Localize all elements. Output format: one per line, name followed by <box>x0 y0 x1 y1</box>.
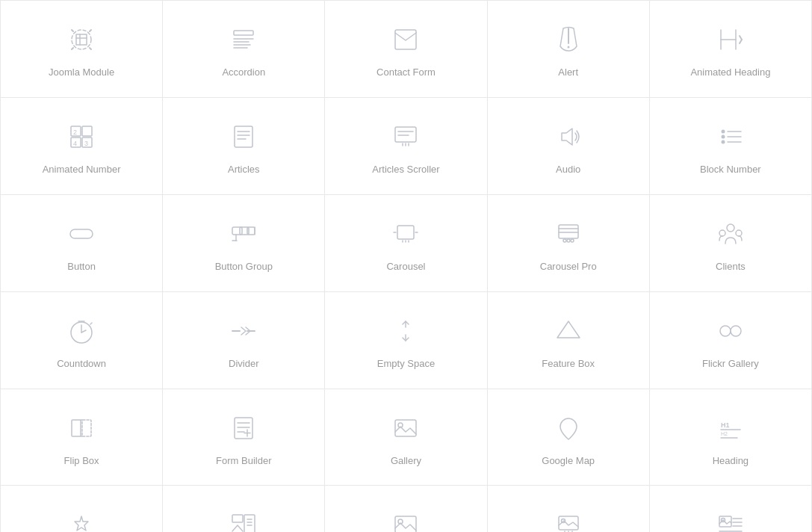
svg-point-9 <box>567 46 569 49</box>
alert-icon <box>551 22 586 58</box>
widget-item-divider[interactable]: Divider <box>163 292 325 389</box>
articles-scroller-icon <box>388 119 424 155</box>
widget-item-image-carousel[interactable]: Image Carousel <box>488 486 650 532</box>
svg-rect-75 <box>235 418 252 439</box>
feature-box-icon <box>551 313 586 349</box>
audio-icon <box>551 119 586 155</box>
widget-label-button-group: Button Group <box>215 261 273 273</box>
svg-line-14 <box>740 40 742 43</box>
button-group-icon <box>226 216 261 252</box>
widget-label-block-number: Block Number <box>700 164 761 176</box>
widget-item-image-content[interactable]: Image Content <box>650 486 812 532</box>
widget-label-flickr-gallery: Flickr Gallery <box>702 358 759 371</box>
svg-rect-45 <box>397 226 414 239</box>
widget-label-articles: Articles <box>228 164 260 176</box>
widget-label-heading: Heading <box>713 455 749 468</box>
svg-text:3: 3 <box>84 140 88 147</box>
svg-text:2: 2 <box>73 129 77 136</box>
svg-rect-38 <box>70 229 93 238</box>
svg-rect-88 <box>232 515 243 522</box>
countdown-icon <box>63 313 99 349</box>
widget-item-contact-form[interactable]: Contact Form <box>325 1 487 98</box>
widget-item-countdown[interactable]: Countdown <box>1 292 163 389</box>
widget-item-clients[interactable]: Clients <box>650 195 812 292</box>
widget-item-carousel-pro[interactable]: Carousel Pro <box>488 195 650 292</box>
svg-point-69 <box>720 326 731 336</box>
widget-label-button: Button <box>67 261 96 273</box>
svg-text:H2: H2 <box>721 431 728 436</box>
svg-point-70 <box>731 326 741 336</box>
svg-point-32 <box>721 129 725 133</box>
widget-label-alert: Alert <box>558 66 578 79</box>
widget-item-animated-number[interactable]: 243Animated Number <box>1 98 163 195</box>
svg-point-58 <box>719 230 725 236</box>
flickr-gallery-icon <box>713 313 749 349</box>
widget-item-icons-group[interactable]: Icons Group <box>163 486 325 532</box>
widget-item-empty-space[interactable]: Empty Space <box>325 292 487 389</box>
widget-label-carousel-pro: Carousel Pro <box>540 261 597 273</box>
svg-point-54 <box>563 239 566 242</box>
joomla-icon <box>63 22 99 58</box>
widget-item-flip-box[interactable]: Flip Box <box>1 389 163 486</box>
svg-point-57 <box>727 224 734 232</box>
svg-rect-72 <box>82 420 91 436</box>
widget-item-heading[interactable]: H1H2Heading <box>650 389 812 486</box>
widget-label-animated-number: Animated Number <box>43 164 121 176</box>
svg-point-55 <box>567 239 570 242</box>
widget-item-image[interactable]: Image <box>325 486 487 532</box>
widget-label-feature-box: Feature Box <box>542 358 595 371</box>
widget-item-block-number[interactable]: Block Number <box>650 98 812 195</box>
animated-number-icon: 243 <box>63 119 99 155</box>
widget-item-articles[interactable]: Articles <box>163 98 325 195</box>
animated-heading-icon <box>713 22 749 58</box>
divider-icon <box>226 313 261 349</box>
widget-item-audio[interactable]: Audio <box>488 98 650 195</box>
accordion-icon <box>226 22 261 58</box>
carousel-pro-icon <box>551 216 586 252</box>
widget-item-button-group[interactable]: Button Group <box>163 195 325 292</box>
widget-item-carousel[interactable]: Carousel <box>325 195 487 292</box>
image-content-icon <box>713 507 749 532</box>
svg-point-34 <box>721 134 725 138</box>
widget-item-gallery[interactable]: Gallery <box>325 389 487 486</box>
svg-rect-39 <box>232 227 242 235</box>
widget-item-button[interactable]: Button <box>1 195 163 292</box>
articles-icon <box>226 119 261 155</box>
widget-label-accordion: Accordion <box>222 66 265 79</box>
widget-item-form-builder[interactable]: Form Builder <box>163 389 325 486</box>
svg-rect-26 <box>395 127 416 142</box>
image-item-icon <box>388 507 424 532</box>
svg-point-83 <box>565 424 571 430</box>
svg-rect-51 <box>559 225 578 238</box>
svg-rect-8 <box>395 30 416 49</box>
svg-point-2 <box>72 30 91 49</box>
widget-label-carousel: Carousel <box>386 261 425 273</box>
icons-group-icon <box>226 507 261 532</box>
widget-label-gallery: Gallery <box>391 455 421 468</box>
widget-item-icon[interactable]: Icon <box>1 486 163 532</box>
widget-label-countdown: Countdown <box>57 358 106 371</box>
widget-label-animated-heading: Animated Heading <box>690 66 770 79</box>
svg-line-62 <box>81 330 86 332</box>
widget-item-flickr-gallery[interactable]: Flickr Gallery <box>650 292 812 389</box>
widget-item-animated-heading[interactable]: Animated Heading <box>650 1 812 98</box>
widget-label-form-builder: Form Builder <box>216 455 271 468</box>
widget-label-articles-scroller: Articles Scroller <box>372 164 439 176</box>
widget-label-joomla-module: Joomla Module <box>49 66 114 79</box>
empty-space-icon <box>388 313 424 349</box>
svg-point-56 <box>571 239 574 242</box>
widget-item-articles-scroller[interactable]: Articles Scroller <box>325 98 487 195</box>
widget-item-google-map[interactable]: Google Map <box>488 389 650 486</box>
svg-text:H1: H1 <box>721 421 730 429</box>
widget-item-alert[interactable]: Alert <box>488 1 650 98</box>
widget-label-google-map: Google Map <box>542 455 595 468</box>
icon-item-icon <box>63 507 99 532</box>
google-map-icon <box>551 410 586 446</box>
widget-label-flip-box: Flip Box <box>64 455 99 468</box>
heading-icon: H1H2 <box>713 410 749 446</box>
widget-item-joomla-module[interactable]: Joomla Module <box>1 1 163 98</box>
svg-line-64 <box>90 323 92 324</box>
svg-rect-89 <box>244 515 255 532</box>
widget-item-accordion[interactable]: Accordion <box>163 1 325 98</box>
widget-item-feature-box[interactable]: Feature Box <box>488 292 650 389</box>
